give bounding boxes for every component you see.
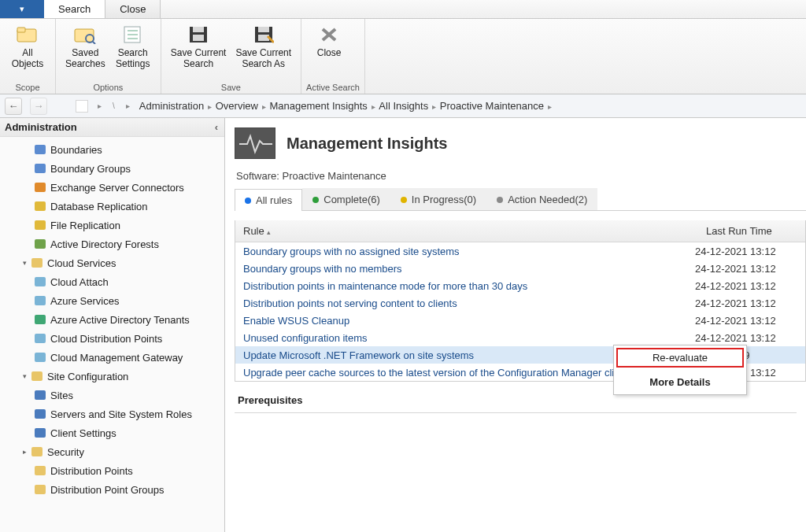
node-icon — [33, 464, 47, 477]
save-current-search-button[interactable]: Save Current Search — [166, 20, 231, 72]
sidebar-item[interactable]: Active Directory Forests — [2, 235, 223, 253]
svg-rect-21 — [35, 220, 46, 230]
collapse-sidebar-icon[interactable]: ‹ — [215, 121, 218, 133]
insight-tab[interactable]: All rules — [235, 189, 302, 211]
node-icon — [33, 219, 47, 231]
sidebar: Administration ‹ BoundariesBoundary Grou… — [0, 118, 225, 532]
chevron-right-icon: ▸ — [124, 102, 131, 110]
save-as-icon — [253, 24, 275, 46]
svg-rect-25 — [35, 296, 46, 305]
sort-asc-icon: ▴ — [267, 228, 271, 236]
sidebar-item[interactable]: Exchange Server Connectors — [2, 178, 223, 197]
menu-tab-search[interactable]: Search — [44, 0, 105, 18]
sidebar-item[interactable]: Client Settings — [2, 423, 223, 442]
sidebar-item[interactable]: Azure Services — [2, 291, 223, 310]
all-objects-button[interactable]: All Objects — [5, 20, 50, 72]
svg-rect-18 — [35, 164, 46, 173]
insight-tab[interactable]: In Progress(0) — [390, 188, 486, 210]
sidebar-item[interactable]: File Replication — [2, 216, 223, 235]
sidebar-item-label: Azure Active Directory Tenants — [50, 314, 190, 326]
menu-tab-bar: ▾ Search Close — [0, 0, 806, 19]
nav-back-button[interactable]: ← — [5, 98, 22, 115]
rule-row[interactable]: Distribution points not serving content … — [235, 294, 805, 312]
svg-rect-33 — [31, 447, 43, 456]
rule-row[interactable]: Boundary groups with no assigned site sy… — [235, 242, 805, 260]
node-icon — [33, 181, 47, 194]
sidebar-item-label: Azure Services — [50, 295, 119, 307]
sidebar-item[interactable]: Cloud Attach — [2, 272, 223, 291]
sidebar-item-label: Distribution Point Groups — [50, 484, 165, 496]
search-settings-button[interactable]: Search Settings — [110, 20, 156, 72]
close-search-button[interactable]: Close — [306, 20, 352, 61]
save-current-search-as-button[interactable]: Save Current Search As — [231, 20, 296, 72]
insight-tab-label: Action Needed(2) — [508, 194, 587, 205]
folder-search-icon — [17, 24, 39, 46]
insight-tab[interactable]: Action Needed(2) — [486, 188, 597, 210]
ribbon-group-scope-label: Scope — [5, 83, 50, 94]
sidebar-item-label: Active Directory Forests — [50, 238, 159, 250]
sidebar-item[interactable]: ▾Cloud Services — [2, 253, 223, 272]
breadcrumb-segment[interactable]: All Insights — [379, 100, 428, 112]
app-handle[interactable]: ▾ — [0, 0, 44, 18]
column-rule[interactable]: Rule — [243, 225, 264, 237]
rule-row[interactable]: Unused configuration items24-12-2021 13:… — [235, 329, 805, 346]
breadcrumb-segment[interactable]: Administration — [139, 100, 204, 112]
rule-name: Boundary groups with no assigned site sy… — [243, 246, 695, 257]
svg-rect-32 — [35, 428, 46, 438]
node-icon — [30, 370, 44, 382]
sidebar-item-label: Cloud Management Gateway — [50, 352, 183, 364]
svg-rect-27 — [35, 334, 46, 343]
caret-down-icon[interactable]: ▾ — [19, 259, 30, 267]
rule-row[interactable]: Distribution points in maintenance mode … — [235, 277, 805, 294]
breadcrumb-segment[interactable]: Management Insights — [269, 100, 367, 112]
caret-down-icon[interactable]: ▾ — [19, 372, 30, 380]
chevron-right-icon: ▸ — [428, 102, 440, 111]
rule-name: Boundary groups with no members — [243, 263, 695, 275]
sidebar-item[interactable]: Boundary Groups — [2, 159, 223, 178]
sidebar-item-label: Exchange Server Connectors — [50, 182, 184, 194]
rule-row[interactable]: Enable WSUS Cleanup24-12-2021 13:12 — [235, 312, 805, 329]
node-icon — [33, 351, 47, 364]
node-icon — [33, 238, 47, 250]
breadcrumb-segment[interactable]: Overview — [216, 100, 258, 112]
sidebar-item[interactable]: Azure Active Directory Tenants — [2, 310, 223, 329]
sidebar-item-label: Site Configuration — [47, 371, 128, 382]
sidebar-item[interactable]: ▾Site Configuration — [2, 367, 223, 386]
ribbon-group-options-label: Options — [61, 83, 156, 94]
page-title: Management Insights — [287, 135, 447, 153]
rule-time: 24-12-2021 13:12 — [695, 315, 797, 327]
context-menu-reevaluate[interactable]: Re-evaluate — [614, 345, 746, 370]
sidebar-item[interactable]: Database Replication — [2, 197, 223, 216]
subtitle-value: Proactive Maintenance — [283, 170, 386, 182]
sidebar-item[interactable]: Distribution Point Groups — [2, 480, 223, 499]
search-settings-label: Search Settings — [116, 47, 150, 69]
close-label: Close — [317, 47, 342, 58]
chevron-right-icon: ▸ — [204, 102, 216, 111]
column-last-run[interactable]: Last Run Time — [703, 220, 805, 242]
insight-tab-label: Complete(6) — [324, 194, 380, 205]
insight-tab[interactable]: Complete(6) — [302, 188, 390, 210]
rule-row[interactable]: Boundary groups with no members24-12-202… — [235, 260, 805, 277]
breadcrumb-segment[interactable]: Proactive Maintenance — [440, 100, 544, 112]
sidebar-item[interactable]: Cloud Management Gateway — [2, 348, 223, 367]
node-icon — [33, 332, 47, 345]
ribbon-group-save-label: Save — [166, 83, 296, 94]
menu-tab-close[interactable]: Close — [105, 0, 161, 18]
node-icon — [33, 294, 47, 307]
close-x-icon — [318, 24, 340, 46]
sidebar-item[interactable]: Sites — [2, 386, 223, 405]
svg-rect-13 — [258, 27, 269, 32]
context-menu-more-details[interactable]: More Details — [614, 370, 746, 394]
saved-searches-button[interactable]: Saved Searches — [61, 20, 110, 72]
sidebar-item[interactable]: Servers and Site System Roles — [2, 405, 223, 423]
checklist-icon — [122, 24, 144, 46]
rule-name: Enable WSUS Cleanup — [243, 315, 695, 327]
sidebar-item[interactable]: Boundaries — [2, 140, 223, 159]
nav-forward-button[interactable]: → — [30, 98, 47, 115]
sidebar-item[interactable]: ▸Security — [2, 442, 223, 461]
node-icon — [33, 200, 47, 212]
sidebar-item[interactable]: Distribution Points — [2, 461, 223, 480]
svg-rect-10 — [193, 27, 204, 32]
caret-right-icon[interactable]: ▸ — [19, 448, 30, 456]
sidebar-item[interactable]: Cloud Distribution Points — [2, 329, 223, 348]
